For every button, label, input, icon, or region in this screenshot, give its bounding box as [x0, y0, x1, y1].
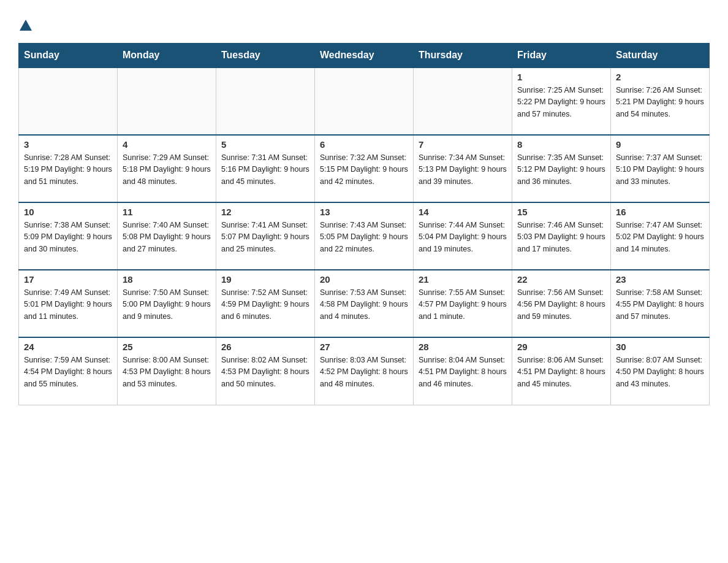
day-number: 12 [221, 207, 309, 217]
day-number: 17 [24, 274, 112, 285]
day-info: Sunrise: 8:00 AM Sunset: 4:53 PM Dayligh… [123, 354, 211, 390]
weekday-header-saturday: Saturday [611, 44, 710, 68]
day-number: 23 [616, 274, 704, 285]
day-info: Sunrise: 7:28 AM Sunset: 5:19 PM Dayligh… [24, 152, 112, 188]
calendar-week-row: 1Sunrise: 7:25 AM Sunset: 5:22 PM Daylig… [19, 67, 710, 135]
weekday-header-wednesday: Wednesday [315, 44, 414, 68]
day-number: 15 [517, 207, 605, 217]
calendar-table: SundayMondayTuesdayWednesdayThursdayFrid… [18, 43, 710, 405]
calendar-cell: 23Sunrise: 7:58 AM Sunset: 4:55 PM Dayli… [611, 270, 710, 337]
day-number: 22 [517, 274, 605, 285]
day-info: Sunrise: 7:52 AM Sunset: 4:59 PM Dayligh… [221, 287, 309, 323]
calendar-cell: 18Sunrise: 7:50 AM Sunset: 5:00 PM Dayli… [118, 270, 216, 337]
day-info: Sunrise: 7:25 AM Sunset: 5:22 PM Dayligh… [517, 85, 605, 120]
weekday-header-sunday: Sunday [19, 44, 118, 68]
day-info: Sunrise: 7:40 AM Sunset: 5:08 PM Dayligh… [123, 220, 211, 255]
weekday-header-row: SundayMondayTuesdayWednesdayThursdayFrid… [19, 44, 710, 68]
calendar-cell: 2Sunrise: 7:26 AM Sunset: 5:21 PM Daylig… [611, 67, 710, 135]
calendar-cell: 22Sunrise: 7:56 AM Sunset: 4:56 PM Dayli… [512, 270, 611, 337]
day-info: Sunrise: 7:47 AM Sunset: 5:02 PM Dayligh… [616, 220, 704, 255]
day-info: Sunrise: 7:32 AM Sunset: 5:15 PM Dayligh… [320, 152, 408, 188]
calendar-cell: 25Sunrise: 8:00 AM Sunset: 4:53 PM Dayli… [118, 337, 216, 405]
logo-triangle-icon [20, 20, 32, 31]
calendar-cell: 26Sunrise: 8:02 AM Sunset: 4:53 PM Dayli… [216, 337, 315, 405]
calendar-cell: 4Sunrise: 7:29 AM Sunset: 5:18 PM Daylig… [118, 135, 216, 202]
calendar-cell: 16Sunrise: 7:47 AM Sunset: 5:02 PM Dayli… [611, 202, 710, 270]
calendar-cell: 15Sunrise: 7:46 AM Sunset: 5:03 PM Dayli… [512, 202, 611, 270]
day-info: Sunrise: 7:58 AM Sunset: 4:55 PM Dayligh… [616, 287, 704, 323]
calendar-cell: 29Sunrise: 8:06 AM Sunset: 4:51 PM Dayli… [512, 337, 611, 405]
day-number: 16 [616, 207, 704, 217]
calendar-cell: 30Sunrise: 8:07 AM Sunset: 4:50 PM Dayli… [611, 337, 710, 405]
calendar-cell: 19Sunrise: 7:52 AM Sunset: 4:59 PM Dayli… [216, 270, 315, 337]
day-number: 11 [123, 207, 211, 217]
calendar-cell: 27Sunrise: 8:03 AM Sunset: 4:52 PM Dayli… [315, 337, 414, 405]
day-info: Sunrise: 7:46 AM Sunset: 5:03 PM Dayligh… [517, 220, 605, 255]
calendar-cell: 6Sunrise: 7:32 AM Sunset: 5:15 PM Daylig… [315, 135, 414, 202]
day-number: 10 [24, 207, 112, 217]
calendar-cell [315, 67, 414, 135]
day-number: 4 [123, 139, 211, 150]
day-number: 20 [320, 274, 408, 285]
day-info: Sunrise: 7:31 AM Sunset: 5:16 PM Dayligh… [221, 152, 309, 188]
calendar-body: 1Sunrise: 7:25 AM Sunset: 5:22 PM Daylig… [19, 67, 710, 405]
day-info: Sunrise: 8:07 AM Sunset: 4:50 PM Dayligh… [616, 354, 704, 390]
day-info: Sunrise: 7:43 AM Sunset: 5:05 PM Dayligh… [320, 220, 408, 255]
calendar-cell: 8Sunrise: 7:35 AM Sunset: 5:12 PM Daylig… [512, 135, 611, 202]
day-number: 14 [419, 207, 507, 217]
day-number: 29 [517, 342, 605, 352]
calendar-cell: 13Sunrise: 7:43 AM Sunset: 5:05 PM Dayli… [315, 202, 414, 270]
day-info: Sunrise: 8:06 AM Sunset: 4:51 PM Dayligh… [517, 354, 605, 390]
calendar-cell: 20Sunrise: 7:53 AM Sunset: 4:58 PM Dayli… [315, 270, 414, 337]
calendar-cell: 21Sunrise: 7:55 AM Sunset: 4:57 PM Dayli… [414, 270, 512, 337]
day-number: 6 [320, 139, 408, 150]
day-number: 3 [24, 139, 112, 150]
day-number: 24 [24, 342, 112, 352]
day-info: Sunrise: 7:55 AM Sunset: 4:57 PM Dayligh… [419, 287, 507, 323]
calendar-week-row: 17Sunrise: 7:49 AM Sunset: 5:01 PM Dayli… [19, 270, 710, 337]
day-info: Sunrise: 7:59 AM Sunset: 4:54 PM Dayligh… [24, 354, 112, 390]
day-number: 21 [419, 274, 507, 285]
day-info: Sunrise: 7:26 AM Sunset: 5:21 PM Dayligh… [616, 85, 704, 120]
day-number: 19 [221, 274, 309, 285]
day-number: 2 [616, 72, 704, 82]
day-info: Sunrise: 7:35 AM Sunset: 5:12 PM Dayligh… [517, 152, 605, 188]
day-number: 26 [221, 342, 309, 352]
calendar-week-row: 3Sunrise: 7:28 AM Sunset: 5:19 PM Daylig… [19, 135, 710, 202]
day-info: Sunrise: 7:38 AM Sunset: 5:09 PM Dayligh… [24, 220, 112, 255]
calendar-cell: 17Sunrise: 7:49 AM Sunset: 5:01 PM Dayli… [19, 270, 118, 337]
calendar-week-row: 10Sunrise: 7:38 AM Sunset: 5:09 PM Dayli… [19, 202, 710, 270]
calendar-header: SundayMondayTuesdayWednesdayThursdayFrid… [19, 44, 710, 68]
day-info: Sunrise: 8:02 AM Sunset: 4:53 PM Dayligh… [221, 354, 309, 390]
day-number: 28 [419, 342, 507, 352]
day-info: Sunrise: 7:41 AM Sunset: 5:07 PM Dayligh… [221, 220, 309, 255]
calendar-cell: 12Sunrise: 7:41 AM Sunset: 5:07 PM Dayli… [216, 202, 315, 270]
logo [18, 18, 33, 31]
day-info: Sunrise: 7:34 AM Sunset: 5:13 PM Dayligh… [419, 152, 507, 188]
day-number: 5 [221, 139, 309, 150]
weekday-header-thursday: Thursday [414, 44, 512, 68]
calendar-cell: 3Sunrise: 7:28 AM Sunset: 5:19 PM Daylig… [19, 135, 118, 202]
day-number: 1 [517, 72, 605, 82]
weekday-header-tuesday: Tuesday [216, 44, 315, 68]
calendar-cell: 14Sunrise: 7:44 AM Sunset: 5:04 PM Dayli… [414, 202, 512, 270]
day-info: Sunrise: 8:03 AM Sunset: 4:52 PM Dayligh… [320, 354, 408, 390]
day-info: Sunrise: 7:53 AM Sunset: 4:58 PM Dayligh… [320, 287, 408, 323]
day-info: Sunrise: 7:44 AM Sunset: 5:04 PM Dayligh… [419, 220, 507, 255]
day-number: 13 [320, 207, 408, 217]
calendar-cell: 9Sunrise: 7:37 AM Sunset: 5:10 PM Daylig… [611, 135, 710, 202]
day-info: Sunrise: 7:50 AM Sunset: 5:00 PM Dayligh… [123, 287, 211, 323]
weekday-header-friday: Friday [512, 44, 611, 68]
calendar-cell: 11Sunrise: 7:40 AM Sunset: 5:08 PM Dayli… [118, 202, 216, 270]
day-number: 7 [419, 139, 507, 150]
day-number: 8 [517, 139, 605, 150]
calendar-cell [118, 67, 216, 135]
day-number: 9 [616, 139, 704, 150]
day-info: Sunrise: 7:56 AM Sunset: 4:56 PM Dayligh… [517, 287, 605, 323]
calendar-cell: 5Sunrise: 7:31 AM Sunset: 5:16 PM Daylig… [216, 135, 315, 202]
day-number: 30 [616, 342, 704, 352]
day-number: 18 [123, 274, 211, 285]
day-info: Sunrise: 7:29 AM Sunset: 5:18 PM Dayligh… [123, 152, 211, 188]
calendar-cell [19, 67, 118, 135]
calendar-cell: 1Sunrise: 7:25 AM Sunset: 5:22 PM Daylig… [512, 67, 611, 135]
